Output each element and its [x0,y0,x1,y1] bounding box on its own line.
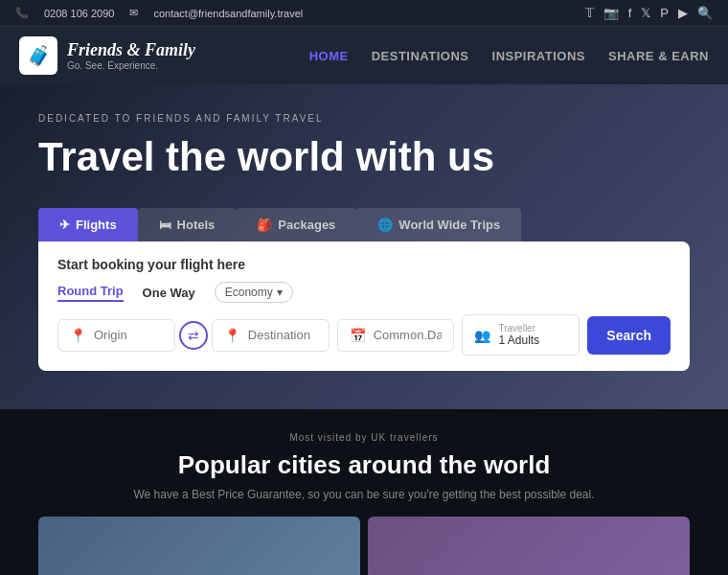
search-button[interactable]: Search [587,316,671,355]
destination-pin-icon: 📍 [224,328,240,343]
top-bar-social: 𝕋 📷 f 𝕏 P ▶ 🔍 [585,6,713,20]
booking-intro: Start booking your flight here [57,257,671,272]
packages-icon: 🎒 [257,218,272,232]
popular-subtitle: Most visited by UK travellers [38,432,690,443]
instagram-icon[interactable]: 📷 [603,6,619,20]
dates-field[interactable]: 📅 [337,319,455,352]
tiktok-icon[interactable]: 𝕋 [585,6,594,20]
tab-hotels[interactable]: 🛏 Hotels [138,208,237,242]
calendar-icon: 📅 [350,328,366,343]
popular-title: Popular cities around the world [38,450,690,480]
tagline: Go. See. Experience. [67,60,195,71]
travellers-icon: 👥 [474,328,490,343]
tab-packages[interactable]: 🎒 Packages [236,208,356,242]
class-select[interactable]: Economy ▾ [215,282,293,303]
location-icon: 📍 [70,328,86,343]
destination-field[interactable]: 📍 [212,319,330,352]
phone-number: 0208 106 2090 [44,8,114,19]
city-thumb-1[interactable] [38,517,360,575]
popular-section: Most visited by UK travellers Popular ci… [0,409,728,575]
traveller-label: Traveller [498,323,539,334]
hero-section: DEDICATED TO FRIENDS AND FAMILY TRAVEL T… [0,84,728,409]
form-fields: 📍 ⇄ 📍 📅 👥 Traveller 1 Ad [57,314,671,356]
nav-inspirations[interactable]: INSPIRATIONS [492,49,586,63]
logo-text: Friends & Family Go. See. Experience. [67,40,195,71]
booking-tabs: ✈ Flights 🛏 Hotels 🎒 Packages 🌐 World Wi… [38,208,690,242]
travellers-field[interactable]: 👥 Traveller 1 Adults [462,314,580,356]
origin-field[interactable]: 📍 [57,319,175,352]
phone-icon: 📞 [15,7,29,19]
logo-icon: 🧳 [19,36,57,75]
nav-share-earn[interactable]: SHARE & EARN [608,49,709,63]
form-options: Round Trip One Way Economy ▾ [57,282,671,303]
search-icon[interactable]: 🔍 [697,6,713,20]
email-icon: ✉ [129,7,138,19]
facebook-icon[interactable]: f [628,6,632,20]
top-bar-contact: 📞 0208 106 2090 ✉ contact@friendsandfami… [15,7,303,19]
round-trip-option[interactable]: Round Trip [57,284,124,302]
hero-title: Travel the world with us [38,135,690,179]
popular-desc: We have a Best Price Guarantee, so you c… [38,488,690,501]
origin-input[interactable] [94,328,163,342]
hero-subtitle: DEDICATED TO FRIENDS AND FAMILY TRAVEL [38,113,690,124]
twitter-icon[interactable]: 𝕏 [641,6,650,20]
city-thumbnails [38,517,690,575]
chevron-down-icon: ▾ [277,286,283,299]
email-address: contact@friendsandfamily.travel [153,8,303,19]
main-nav: HOME DESTINATIONS INSPIRATIONS SHARE & E… [309,49,709,63]
swap-button[interactable]: ⇄ [179,321,208,350]
tab-worldwide[interactable]: 🌐 World Wide Trips [356,208,521,242]
top-bar: 📞 0208 106 2090 ✉ contact@friendsandfami… [0,0,728,27]
city-thumb-2[interactable] [368,517,690,575]
flights-icon: ✈ [59,218,70,232]
traveller-value: 1 Adults [498,334,539,347]
youtube-icon[interactable]: ▶ [678,6,688,20]
hotels-icon: 🛏 [159,218,171,232]
swap-icon: ⇄ [188,328,199,343]
dates-input[interactable] [374,328,443,342]
worldwide-icon: 🌐 [377,218,393,232]
pinterest-icon[interactable]: P [660,6,669,20]
nav-home[interactable]: HOME [309,49,349,63]
booking-form-container: Start booking your flight here Round Tri… [38,242,690,371]
brand-name: Friends & Family [67,40,195,60]
destination-input[interactable] [248,328,317,342]
one-way-option[interactable]: One Way [143,286,195,300]
logo: 🧳 Friends & Family Go. See. Experience. [19,36,195,75]
class-value: Economy [225,286,273,299]
header: 🧳 Friends & Family Go. See. Experience. … [0,27,728,84]
tab-flights[interactable]: ✈ Flights [38,208,138,242]
nav-destinations[interactable]: DESTINATIONS [372,49,469,63]
